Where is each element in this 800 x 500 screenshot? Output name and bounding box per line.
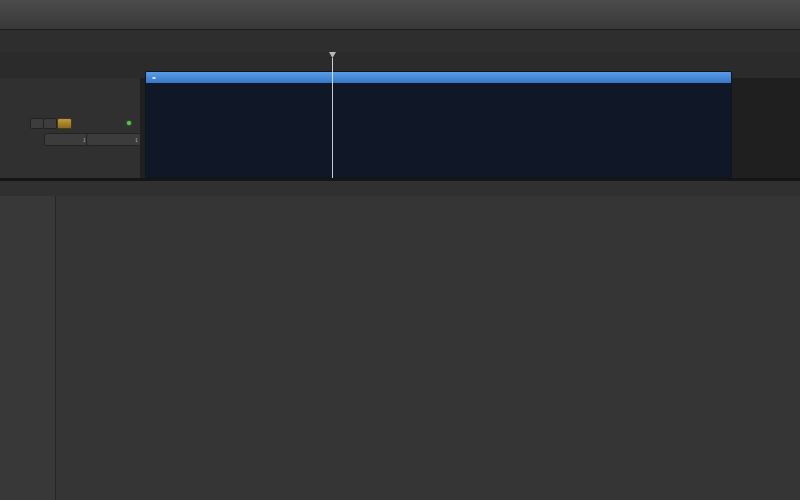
- automation-mode-dropdown[interactable]: ↕: [44, 133, 90, 146]
- track-lane[interactable]: [140, 78, 800, 178]
- playhead-line[interactable]: [332, 58, 333, 178]
- mixer-row-labels: [0, 196, 56, 500]
- audio-region[interactable]: [145, 71, 732, 178]
- track-activity-led: [127, 121, 131, 125]
- control-bar: [0, 0, 800, 30]
- track-lane-row: ↕ ↕: [0, 78, 800, 178]
- logic-pro-window: ↕ ↕: [0, 0, 800, 500]
- track-automation-button[interactable]: [57, 118, 72, 129]
- tracks-area-menubar: [0, 30, 800, 53]
- track-mute-button[interactable]: [30, 118, 44, 129]
- stereo-region-icon: [152, 77, 156, 79]
- track-header[interactable]: ↕ ↕: [0, 78, 141, 178]
- mixer-menubar: [0, 181, 800, 197]
- region-waveform[interactable]: [146, 83, 731, 177]
- channel-strips: [55, 196, 800, 500]
- mixer-pane: [0, 196, 800, 500]
- region-title-bar[interactable]: [146, 72, 731, 83]
- automation-param-dropdown[interactable]: ↕: [86, 133, 142, 146]
- track-solo-button[interactable]: [43, 118, 57, 129]
